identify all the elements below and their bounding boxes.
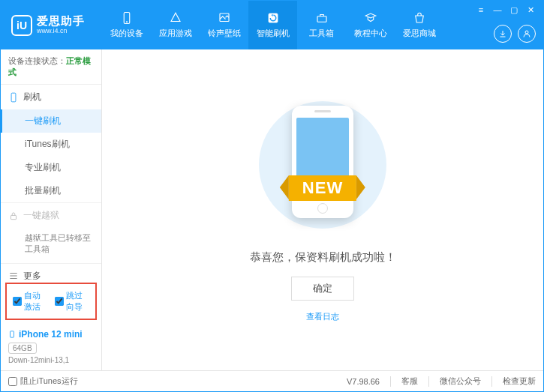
content: NEW 恭喜您，保资料刷机成功啦！ 确定 查看日志 bbox=[102, 49, 543, 370]
checkbox-label: 自动激活 bbox=[24, 290, 47, 313]
nav-tutorial[interactable]: 教程中心 bbox=[346, 1, 395, 49]
nav-store[interactable]: 爱思商城 bbox=[395, 1, 443, 49]
section-jailbreak: 一键越狱 越狱工具已转移至工具箱 bbox=[1, 203, 101, 264]
nav-apps[interactable]: 应用游戏 bbox=[151, 1, 200, 49]
nav-label: 工具箱 bbox=[309, 28, 334, 39]
phone-icon bbox=[8, 329, 16, 340]
section-flash-header[interactable]: 刷机 bbox=[1, 85, 101, 109]
toolbox-icon bbox=[314, 11, 330, 25]
nav-my-device[interactable]: 我的设备 bbox=[102, 1, 151, 49]
tutorial-icon bbox=[362, 11, 379, 25]
section-jailbreak-header: 一键越狱 bbox=[1, 203, 101, 228]
close-button[interactable]: ✕ bbox=[525, 5, 536, 14]
sidebar: 设备连接状态：正常模式 刷机 一键刷机 iTunes刷机 专业刷机 批量刷机 bbox=[1, 49, 102, 370]
options-row: 自动激活 跳过向导 bbox=[5, 283, 97, 320]
connection-status: 设备连接状态：正常模式 bbox=[1, 49, 101, 85]
user-button[interactable] bbox=[518, 25, 536, 43]
section-more-header[interactable]: 更多 bbox=[1, 264, 101, 280]
store-icon bbox=[411, 11, 428, 25]
view-log-link[interactable]: 查看日志 bbox=[306, 311, 339, 322]
brand-logo-icon: iU bbox=[11, 15, 32, 36]
block-itunes-checkbox[interactable]: 阻止iTunes运行 bbox=[8, 376, 78, 387]
top-nav: 我的设备 应用游戏 铃声壁纸 智能刷机 工具箱 教程中心 bbox=[102, 1, 468, 49]
section-title: 刷机 bbox=[23, 91, 41, 103]
new-ribbon: NEW bbox=[289, 175, 356, 201]
section-flash: 刷机 一键刷机 iTunes刷机 专业刷机 批量刷机 bbox=[1, 85, 101, 203]
apps-icon bbox=[167, 11, 184, 25]
section-title: 更多 bbox=[23, 270, 41, 280]
jailbreak-note: 越狱工具已转移至工具箱 bbox=[1, 228, 101, 263]
sidebar-item-itunes-flash[interactable]: iTunes刷机 bbox=[1, 133, 101, 156]
nav-flash[interactable]: 智能刷机 bbox=[248, 1, 297, 49]
nav-toolbox[interactable]: 工具箱 bbox=[297, 1, 346, 49]
footer: 阻止iTunes运行 V7.98.66 客服 微信公众号 检查更新 bbox=[1, 370, 543, 391]
customer-service-link[interactable]: 客服 bbox=[401, 376, 418, 387]
phone-icon bbox=[8, 92, 19, 103]
brand-url: www.i4.cn bbox=[37, 28, 85, 35]
section-more: 更多 其他工具 下载固件 高级功能 bbox=[1, 264, 101, 280]
device-panel[interactable]: iPhone 12 mini 64GB Down-12mini-13,1 bbox=[1, 323, 101, 370]
device-storage: 64GB bbox=[8, 343, 37, 354]
svg-rect-4 bbox=[317, 16, 326, 22]
user-icon bbox=[522, 29, 531, 38]
nav-label: 我的设备 bbox=[110, 28, 143, 39]
minimize-button[interactable]: — bbox=[492, 5, 503, 14]
nav-label: 爱思商城 bbox=[403, 28, 436, 39]
nav-label: 教程中心 bbox=[354, 28, 387, 39]
sidebar-item-pro-flash[interactable]: 专业刷机 bbox=[1, 156, 101, 179]
sidebar-item-oneclick-flash[interactable]: 一键刷机 bbox=[1, 109, 101, 133]
sidebar-item-batch-flash[interactable]: 批量刷机 bbox=[1, 179, 101, 202]
section-title: 一键越狱 bbox=[23, 209, 59, 222]
nav-label: 应用游戏 bbox=[159, 28, 192, 39]
download-icon bbox=[498, 29, 507, 38]
list-icon bbox=[8, 271, 19, 280]
svg-rect-7 bbox=[11, 215, 17, 219]
divider bbox=[390, 376, 391, 387]
nav-label: 智能刷机 bbox=[257, 28, 290, 39]
checkbox-label: 阻止iTunes运行 bbox=[20, 376, 78, 387]
header-right: ≡ — ▢ ✕ bbox=[468, 1, 543, 49]
wallpaper-icon bbox=[216, 11, 233, 25]
version-label: V7.98.66 bbox=[347, 377, 380, 386]
auto-activate-checkbox[interactable]: 自动激活 bbox=[13, 290, 47, 313]
success-illustration: NEW bbox=[240, 97, 405, 232]
svg-rect-8 bbox=[11, 331, 14, 337]
ok-button[interactable]: 确定 bbox=[291, 277, 354, 301]
conn-label: 设备连接状态： bbox=[8, 56, 66, 65]
success-message: 恭喜您，保资料刷机成功啦！ bbox=[250, 250, 396, 265]
menu-icon[interactable]: ≡ bbox=[476, 5, 486, 14]
download-button[interactable] bbox=[494, 25, 512, 43]
header: iU 爱思助手 www.i4.cn 我的设备 应用游戏 铃声壁纸 智能刷机 bbox=[1, 1, 543, 49]
divider bbox=[428, 376, 429, 387]
nav-ringtone[interactable]: 铃声壁纸 bbox=[200, 1, 248, 49]
divider bbox=[491, 376, 492, 387]
phone-icon bbox=[119, 11, 135, 25]
check-update-link[interactable]: 检查更新 bbox=[503, 376, 536, 387]
svg-rect-6 bbox=[11, 93, 16, 102]
device-firmware: Down-12mini-13,1 bbox=[8, 356, 94, 364]
nav-label: 铃声壁纸 bbox=[208, 28, 241, 39]
brand-name: 爱思助手 bbox=[37, 15, 85, 28]
maximize-button[interactable]: ▢ bbox=[509, 5, 519, 14]
svg-point-5 bbox=[525, 31, 528, 34]
device-name: iPhone 12 mini bbox=[8, 329, 94, 340]
body: 设备连接状态：正常模式 刷机 一键刷机 iTunes刷机 专业刷机 批量刷机 bbox=[1, 49, 543, 370]
checkbox-label: 跳过向导 bbox=[66, 290, 89, 313]
app-window: iU 爱思助手 www.i4.cn 我的设备 应用游戏 铃声壁纸 智能刷机 bbox=[0, 0, 544, 392]
wechat-link[interactable]: 微信公众号 bbox=[440, 376, 481, 387]
svg-point-1 bbox=[126, 22, 128, 23]
refresh-icon bbox=[265, 11, 281, 25]
skip-guide-checkbox[interactable]: 跳过向导 bbox=[55, 290, 89, 313]
brand: iU 爱思助手 www.i4.cn bbox=[1, 1, 102, 49]
lock-icon bbox=[8, 211, 19, 221]
